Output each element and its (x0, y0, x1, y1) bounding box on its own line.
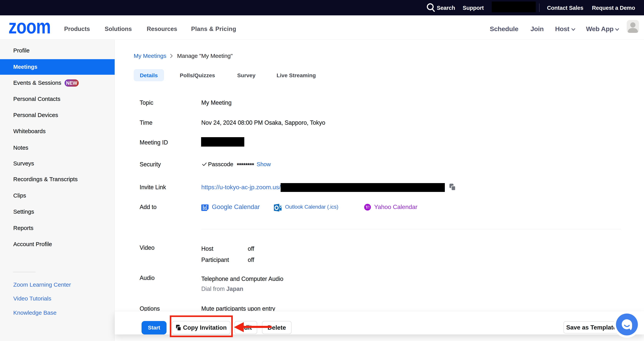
svg-text:31: 31 (202, 206, 207, 210)
